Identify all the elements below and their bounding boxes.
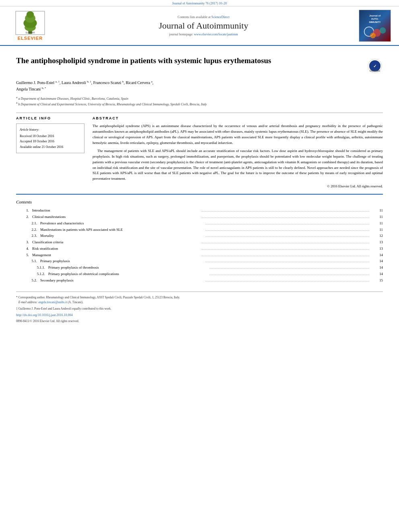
doi-link[interactable]: http://dx.doi.org/10.1016/j.jaut.2016.10… <box>16 313 383 318</box>
contents-title: Primary prophylaxis of thrombosis <box>48 265 208 271</box>
accepted-date: Accepted 18 October 2016 <box>20 140 54 143</box>
equal-contribution-note: 1 Guillermo J. Pons-Estel and Laura Andr… <box>16 306 383 311</box>
journal-title: Journal of Autoimmunity <box>52 21 355 31</box>
svg-text:CrossMark: CrossMark <box>370 70 380 72</box>
contents-page: 12 <box>371 233 383 239</box>
science-direct-link[interactable]: ScienceDirect <box>212 15 230 19</box>
issn-line: 0896-8411/© 2016 Elsevier Ltd. All right… <box>16 319 383 324</box>
abstract-column: ABSTRACT The antiphospholipid syndrome (… <box>93 116 383 188</box>
contents-num: 2.1. <box>24 220 40 227</box>
journal-thumbnail-area: Journal of AUTO- IMMUNITY <box>355 10 391 42</box>
contents-row-5-1: 5.1. Primary prophylaxis 14 <box>16 258 383 265</box>
science-direct-line: Contents lists available at ScienceDirec… <box>52 15 355 19</box>
svg-point-13 <box>380 27 386 34</box>
contents-title: Primary prophylaxis of obstetrical compl… <box>48 271 208 277</box>
contents-dots <box>202 256 369 256</box>
contents-page: 13 <box>371 239 383 246</box>
article-title: The antiphospholipid syndrome in patient… <box>16 56 367 66</box>
elsevier-label: ELSEVIER <box>18 36 43 41</box>
contents-num: 2.2. <box>24 227 40 233</box>
contents-title: Primary prophylaxis <box>40 258 204 265</box>
contents-page: 11 <box>371 220 383 227</box>
contents-page: 14 <box>371 252 383 259</box>
svg-text:ELSEVIER: ELSEVIER <box>26 32 35 34</box>
contents-page: 14 <box>371 258 383 265</box>
contents-num: 2. <box>16 214 32 220</box>
svg-text:AUTO-: AUTO- <box>371 18 378 20</box>
email-line: E-mail address: angela.tincani@unibs.it … <box>16 300 383 305</box>
svg-text:✓: ✓ <box>373 64 376 68</box>
abstract-text: The antiphospholipid syndrome (APS) is a… <box>93 123 383 182</box>
contents-row-5-2: 5.2. Secondary prophylaxis 15 <box>16 277 383 284</box>
contents-num: 5. <box>16 252 32 259</box>
elsevier-logo-area: ELSEVIER ELSEVIER <box>8 11 52 41</box>
contents-title: Manifestations in patients with APS asso… <box>40 227 204 233</box>
contents-dots <box>206 230 369 231</box>
contents-dots <box>206 262 369 262</box>
svg-point-14 <box>370 33 376 39</box>
journal-header-center: Contents lists available at ScienceDirec… <box>52 15 355 36</box>
contents-title: Prevalence and characteristics <box>40 220 204 227</box>
contents-page: 15 <box>371 277 383 284</box>
contents-row-5: 5. Management 14 <box>16 252 383 259</box>
info-abstract-columns: ARTICLE INFO Article history: Received 1… <box>16 116 383 188</box>
abstract-paragraph-1: The antiphospholipid syndrome (APS) is a… <box>93 123 383 146</box>
article-info-heading: ARTICLE INFO <box>16 116 84 120</box>
journal-citation: Journal of Autoimmunity 76 (2017) 10–20 <box>172 2 227 5</box>
contents-num: 5.1.1. <box>32 265 48 271</box>
contents-page: 14 <box>371 271 383 277</box>
contents-dots <box>202 249 369 250</box>
contents-row-2-3: 2.3. Mortality 12 <box>16 233 383 239</box>
contents-num: 5.2. <box>24 277 40 284</box>
article-title-row: The antiphospholipid syndrome in patient… <box>16 56 383 74</box>
contents-num: 3. <box>16 239 32 246</box>
elsevier-tree-icon: ELSEVIER <box>14 11 46 35</box>
journal-homepage-line: journal homepage: www.elsevier.com/locat… <box>52 33 355 36</box>
contents-num: 5.1. <box>24 258 40 265</box>
contents-dots <box>210 268 369 269</box>
contents-table: 1. Introduction 11 2. Clinical manifesta… <box>16 207 383 283</box>
contents-row-2: 2. Clinical manifestations 11 <box>16 214 383 220</box>
contents-row-2-1: 2.1. Prevalence and characteristics 11 <box>16 220 383 227</box>
author-email[interactable]: angela.tincani@unibs.it <box>38 300 67 304</box>
contents-section: Contents 1. Introduction 11 2. Clinical … <box>16 194 383 283</box>
contents-title: Secondary prophylaxis <box>40 277 204 284</box>
header: ELSEVIER ELSEVIER Contents lists availab… <box>0 6 399 46</box>
contents-page: 14 <box>371 265 383 271</box>
affiliation-b: b b Department of Clinical and Experimen… <box>16 101 383 107</box>
contents-row-3: 3. Classification criteria 13 <box>16 239 383 246</box>
contents-title: Management <box>32 252 200 259</box>
svg-text:IMMUNITY: IMMUNITY <box>369 21 381 23</box>
contents-dots <box>202 211 369 212</box>
article-info-box: Article history: Received 18 October 201… <box>16 123 84 153</box>
article-history-label: Article history: <box>20 127 81 133</box>
contents-page: 11 <box>371 214 383 220</box>
svg-text:Journal of: Journal of <box>369 14 380 17</box>
authors-line: Guillermo J. Pons-Estel a, 1, Laura Andr… <box>16 80 383 93</box>
contents-page: 11 <box>371 227 383 233</box>
crossmark-area: ✓ CrossMark <box>367 58 383 74</box>
crossmark-icon: ✓ CrossMark <box>368 59 382 73</box>
contents-num: 4. <box>16 246 32 252</box>
contents-row-1: 1. Introduction 11 <box>16 207 383 214</box>
contents-title: Classification criteria <box>32 239 200 246</box>
affiliations: a a Department of Autoimmune Diseases, H… <box>16 95 383 107</box>
journal-cover-thumbnail: Journal of AUTO- IMMUNITY <box>359 10 391 42</box>
contents-title: Mortality <box>40 233 204 239</box>
email-label: E-mail address: <box>19 300 38 304</box>
article-info-column: ARTICLE INFO Article history: Received 1… <box>16 116 84 188</box>
available-date: Available online 21 October 2016 <box>20 145 63 149</box>
copyright-notice: © 2016 Elsevier Ltd. All rights reserved… <box>93 184 383 188</box>
contents-heading: Contents <box>16 199 383 204</box>
homepage-url[interactable]: www.elsevier.com/locate/jautimm <box>194 33 238 36</box>
contents-page: 11 <box>371 207 383 214</box>
contents-title: Risk stratification <box>32 246 200 252</box>
contents-row-5-1-2: 5.1.2. Primary prophylaxis of obstetrica… <box>16 271 383 277</box>
corresponding-author-note: * Corresponding author. Rheumatology and… <box>16 295 383 300</box>
divider-1 <box>16 113 383 113</box>
contents-title: Introduction <box>32 207 200 214</box>
page-footer: * Corresponding author. Rheumatology and… <box>16 292 383 324</box>
contents-page: 13 <box>371 246 383 252</box>
received-date: Received 18 October 2016 <box>20 134 54 138</box>
contents-row-5-1-1: 5.1.1. Primary prophylaxis of thrombosis… <box>16 265 383 271</box>
